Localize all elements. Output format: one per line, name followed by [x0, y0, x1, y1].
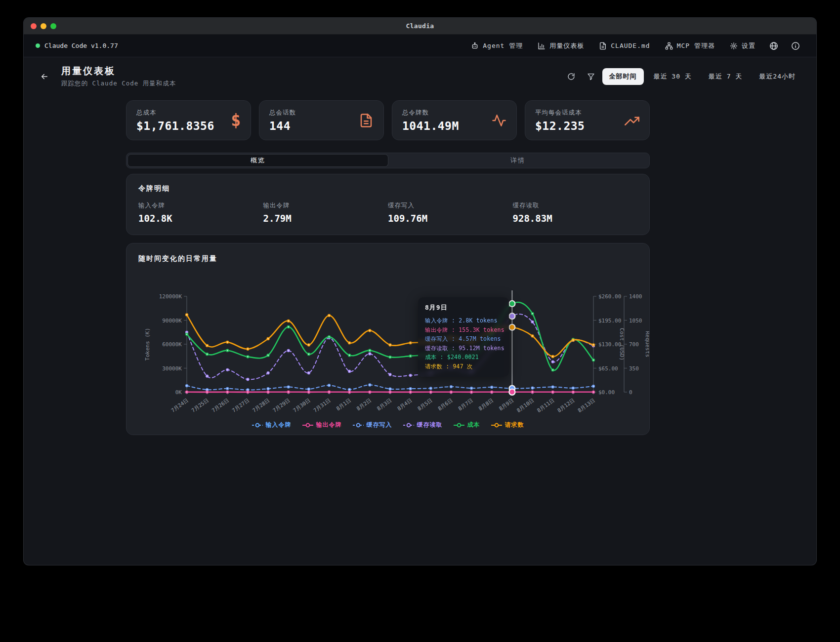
token-value: 2.79M — [263, 213, 388, 224]
svg-text:8月12日: 8月12日 — [556, 397, 576, 413]
svg-text:0K: 0K — [175, 389, 182, 396]
legend-marker-icon — [302, 423, 313, 428]
bot-icon — [471, 42, 479, 50]
status-dot-icon — [36, 43, 40, 48]
stat-label: 总令牌数 — [402, 109, 459, 117]
refresh-button[interactable] — [563, 69, 580, 84]
token-breakdown-title: 令牌明细 — [138, 184, 637, 193]
stat-label: 总成本 — [136, 109, 214, 117]
appnav: Agent 管理 用量仪表板 CLAUDE.md MCP 管理器 设置 — [465, 38, 804, 54]
nav-agent-manager[interactable]: Agent 管理 — [465, 38, 528, 54]
legend-marker-icon — [353, 423, 364, 428]
trending-up-icon — [625, 113, 639, 128]
tooltip-row: 请求数 : 947 次 — [425, 362, 502, 371]
time-filter-all[interactable]: 全部时间 — [602, 68, 644, 85]
token-label: 输出令牌 — [263, 201, 388, 210]
token-label: 缓存写入 — [388, 201, 513, 210]
file-text-icon — [359, 113, 374, 128]
svg-text:8月2日: 8月2日 — [355, 397, 372, 411]
nav-settings[interactable]: 设置 — [724, 38, 761, 54]
svg-text:8月11日: 8月11日 — [536, 397, 555, 413]
language-button[interactable] — [765, 38, 783, 54]
stat-card-avg-cost: 平均每会话成本 $12.235 — [525, 100, 650, 140]
stat-value: 1041.49M — [402, 120, 459, 132]
maximize-button[interactable] — [50, 23, 56, 29]
stat-card-total-cost: 总成本 $1,761.8356 $ — [126, 100, 251, 140]
svg-text:7月29日: 7月29日 — [272, 397, 291, 413]
close-button[interactable] — [31, 23, 37, 29]
svg-text:0: 0 — [629, 389, 632, 396]
token-value: 928.83M — [513, 213, 638, 224]
titlebar: Claudia — [24, 18, 816, 35]
nav-label: MCP 管理器 — [677, 41, 715, 50]
token-item-output: 输出令牌 2.79M — [263, 201, 388, 224]
gear-icon — [730, 42, 738, 50]
svg-text:Requests: Requests — [644, 331, 650, 358]
legend-label: 缓存读取 — [417, 421, 443, 429]
time-filter-7d[interactable]: 最近 7 天 — [702, 68, 749, 85]
svg-text:30000K: 30000K — [162, 365, 182, 372]
svg-text:1050: 1050 — [629, 318, 642, 324]
svg-text:$195.00: $195.00 — [598, 318, 621, 324]
legend-item[interactable]: 缓存读取 — [403, 421, 443, 429]
daily-usage-chart-card: 随时间变化的日常用量 0K30000K60000K90000K120000K$0… — [126, 243, 650, 435]
nav-mcp-manager[interactable]: MCP 管理器 — [660, 38, 720, 54]
tab-overview[interactable]: 概览 — [128, 155, 388, 166]
chart-legend: 输入令牌输出令牌缓存写入缓存读取成本请求数 — [126, 421, 649, 429]
legend-marker-icon — [252, 423, 263, 428]
stat-card-total-tokens: 总令牌数 1041.49M — [392, 100, 517, 140]
svg-text:8月9日: 8月9日 — [498, 397, 514, 411]
svg-text:8月5日: 8月5日 — [417, 397, 433, 411]
token-label: 缓存读取 — [513, 201, 638, 210]
legend-label: 请求数 — [505, 421, 524, 429]
svg-text:700: 700 — [629, 341, 639, 348]
svg-text:8月3日: 8月3日 — [376, 397, 392, 411]
svg-text:$260.00: $260.00 — [598, 293, 621, 300]
svg-text:7月27日: 7月27日 — [231, 397, 250, 413]
usage-line-chart[interactable]: 0K30000K60000K90000K120000K$0.00$65.00$1… — [126, 243, 650, 435]
svg-text:8月10日: 8月10日 — [515, 397, 535, 413]
legend-item[interactable]: 输入令牌 — [252, 421, 292, 429]
traffic-lights — [31, 18, 56, 35]
token-value: 102.8K — [138, 213, 263, 224]
svg-text:7月30日: 7月30日 — [292, 397, 311, 413]
bar-chart-icon — [538, 42, 546, 50]
svg-text:90000K: 90000K — [162, 318, 182, 324]
legend-label: 输出令牌 — [316, 421, 342, 429]
legend-item[interactable]: 缓存写入 — [353, 421, 392, 429]
file-icon — [599, 42, 607, 50]
app-window: Claudia Claude Code v1.0.77 Agent 管理 用量仪… — [24, 18, 816, 565]
legend-item[interactable]: 输出令牌 — [302, 421, 342, 429]
info-button[interactable] — [787, 38, 804, 54]
nav-label: 设置 — [742, 41, 756, 50]
token-breakdown-card: 令牌明细 输入令牌 102.8K 输出令牌 2.79M 缓存写入 109.76M… — [126, 174, 650, 235]
legend-item[interactable]: 请求数 — [491, 421, 524, 429]
legend-label: 缓存写入 — [367, 421, 392, 429]
stat-value: $12.235 — [535, 120, 585, 132]
tab-details[interactable]: 详情 — [388, 155, 648, 166]
svg-text:$0.00: $0.00 — [598, 389, 615, 396]
back-button[interactable] — [36, 68, 53, 85]
svg-text:8月4日: 8月4日 — [396, 397, 413, 411]
nav-claude-md[interactable]: CLAUDE.md — [593, 39, 655, 53]
svg-text:Cost (USD): Cost (USD) — [619, 328, 625, 361]
svg-text:1400: 1400 — [629, 293, 642, 300]
filter-button[interactable] — [583, 69, 599, 84]
svg-text:7月26日: 7月26日 — [210, 397, 230, 413]
content: 总成本 $1,761.8356 $ 总会话数 144 总令牌数 1041.49M — [126, 100, 650, 435]
minimize-button[interactable] — [41, 23, 46, 29]
svg-text:8月6日: 8月6日 — [437, 397, 454, 411]
chart-title: 随时间变化的日常用量 — [138, 254, 217, 263]
nav-usage-dashboard[interactable]: 用量仪表板 — [532, 38, 589, 54]
legend-item[interactable]: 成本 — [454, 421, 480, 429]
time-filter-24h[interactable]: 最近24小时 — [752, 68, 802, 85]
svg-text:8月1日: 8月1日 — [335, 397, 352, 411]
tooltip-row: 输入令牌 : 2.8K tokens — [425, 316, 502, 325]
legend-marker-icon — [491, 423, 502, 428]
globe-icon — [769, 41, 778, 50]
time-filter-30d[interactable]: 最近 30 天 — [647, 68, 699, 85]
svg-text:$65.00: $65.00 — [598, 365, 618, 372]
tooltip-row: 输出令牌 : 155.3K tokens — [425, 325, 502, 335]
page-subtitle: 跟踪您的 Claude Code 用量和成本 — [61, 80, 176, 88]
refresh-icon — [567, 73, 575, 80]
